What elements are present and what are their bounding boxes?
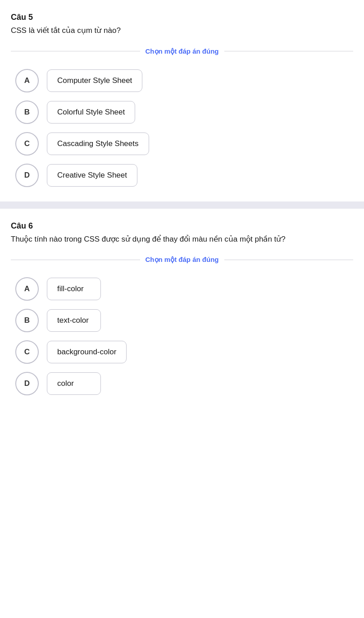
option-6-a-circle: A <box>15 277 39 301</box>
question-6-number: Câu 6 <box>11 221 353 231</box>
option-6-b-box[interactable]: text-color <box>47 309 101 332</box>
option-5-c-box[interactable]: Cascading Style Sheets <box>47 133 149 155</box>
option-6-a[interactable]: A fill-color <box>15 277 349 301</box>
question-5-text: CSS là viết tắt của cụm từ nào? <box>11 25 353 37</box>
question-6-instruction: Chọn một đáp án đúng <box>11 256 353 264</box>
question-6-block: Câu 6 Thuộc tính nào trong CSS được sử d… <box>0 209 364 410</box>
question-5-options: A Computer Style Sheet B Colorful Style … <box>11 69 353 187</box>
question-5-number: Câu 5 <box>11 13 353 22</box>
option-6-d[interactable]: D color <box>15 372 349 395</box>
question-6-text: Thuộc tính nào trong CSS được sử dụng để… <box>11 233 353 245</box>
question-5-block: Câu 5 CSS là viết tắt của cụm từ nào? Ch… <box>0 0 364 201</box>
option-5-b[interactable]: B Colorful Style Sheet <box>15 101 349 124</box>
option-5-d[interactable]: D Creative Style Sheet <box>15 164 349 187</box>
option-5-c-circle: C <box>15 132 39 156</box>
option-5-b-box[interactable]: Colorful Style Sheet <box>47 101 135 124</box>
option-6-c-circle: C <box>15 340 39 364</box>
option-6-b[interactable]: B text-color <box>15 309 349 332</box>
option-6-d-circle: D <box>15 372 39 395</box>
option-5-d-box[interactable]: Creative Style Sheet <box>47 164 137 187</box>
option-5-d-circle: D <box>15 164 39 187</box>
option-5-a[interactable]: A Computer Style Sheet <box>15 69 349 92</box>
separator <box>0 201 364 209</box>
option-6-c-box[interactable]: background-color <box>47 341 127 363</box>
option-6-a-box[interactable]: fill-color <box>47 278 101 300</box>
option-5-c[interactable]: C Cascading Style Sheets <box>15 132 349 156</box>
option-6-d-box[interactable]: color <box>47 372 101 395</box>
question-6-options: A fill-color B text-color C background-c… <box>11 277 353 395</box>
option-5-a-box[interactable]: Computer Style Sheet <box>47 69 142 92</box>
option-6-c[interactable]: C background-color <box>15 340 349 364</box>
option-6-b-circle: B <box>15 309 39 332</box>
option-5-b-circle: B <box>15 101 39 124</box>
question-5-instruction: Chọn một đáp án đúng <box>11 47 353 55</box>
option-5-a-circle: A <box>15 69 39 92</box>
